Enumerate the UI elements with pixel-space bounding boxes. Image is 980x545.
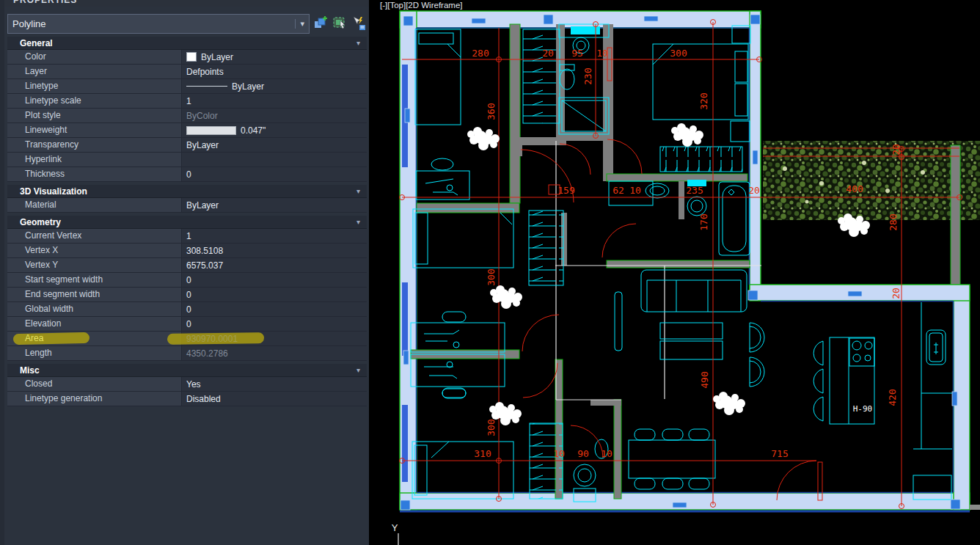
prop-row-transparency[interactable]: Transparency ByLayer bbox=[7, 138, 367, 153]
palette-titlebar[interactable]: PROPERTIES bbox=[4, 0, 369, 7]
svg-text:20: 20 bbox=[542, 48, 554, 59]
prop-row-vertex-x[interactable]: Vertex X 308.5108 bbox=[7, 244, 367, 258]
svg-text:715: 715 bbox=[771, 448, 788, 459]
prop-row-linetype-generation[interactable]: Linetype generation Disabled bbox=[7, 392, 367, 406]
section-header-general[interactable]: General ▾ bbox=[7, 37, 367, 50]
prop-row-vertex-y[interactable]: Vertex Y 6575.037 bbox=[7, 258, 367, 273]
section-header-geometry[interactable]: Geometry ▾ bbox=[7, 216, 367, 229]
collapse-icon[interactable]: ▾ bbox=[356, 218, 360, 226]
svg-text:10: 10 bbox=[629, 185, 641, 196]
prop-row-elevation[interactable]: Elevation 0 bbox=[7, 317, 367, 332]
svg-text:280: 280 bbox=[888, 213, 899, 230]
properties-palette: PROPERTIES Polyline ▾ bbox=[0, 0, 369, 545]
prop-row-closed[interactable]: Closed Yes bbox=[7, 377, 367, 392]
kitchen-furniture bbox=[813, 302, 952, 500]
living-room-furniture bbox=[615, 270, 764, 489]
select-objects-button[interactable] bbox=[331, 15, 348, 33]
svg-text:95: 95 bbox=[571, 48, 583, 59]
svg-text:490: 490 bbox=[699, 371, 710, 388]
chevron-down-icon[interactable]: ▾ bbox=[295, 19, 304, 29]
toggle-pickadd-button[interactable] bbox=[312, 15, 329, 33]
prop-row-linetype[interactable]: Linetype ByLayer bbox=[7, 79, 367, 94]
door-swings bbox=[521, 48, 822, 500]
section-misc: Misc ▾ Closed Yes Linetype generation Di… bbox=[7, 364, 367, 406]
select-objects-icon bbox=[332, 15, 348, 32]
prop-row-end-segment-width[interactable]: End segment width 0 bbox=[7, 288, 367, 302]
bedroom3-furniture bbox=[412, 389, 563, 499]
svg-text:360: 360 bbox=[486, 103, 497, 120]
ucs-y-axis-label: Y bbox=[392, 522, 398, 533]
prop-row-global-width[interactable]: Global width 0 bbox=[7, 302, 367, 317]
floor-plan: H-90 280 20 95 10 bbox=[374, 0, 980, 545]
svg-text:159: 159 bbox=[557, 185, 574, 196]
svg-text:10: 10 bbox=[596, 48, 608, 59]
drawing-canvas[interactable]: [-][Top][2D Wireframe] bbox=[369, 0, 980, 545]
section-header-misc[interactable]: Misc ▾ bbox=[7, 364, 367, 377]
prop-row-current-vertex[interactable]: Current Vertex 1 bbox=[7, 229, 367, 244]
prop-row-start-segment-width[interactable]: Start segment width 0 bbox=[7, 273, 367, 288]
svg-text:300: 300 bbox=[670, 48, 687, 59]
collapse-icon[interactable]: ▾ bbox=[356, 366, 360, 374]
linetype-preview bbox=[186, 86, 227, 87]
palette-title: PROPERTIES bbox=[13, 0, 77, 5]
svg-text:400: 400 bbox=[846, 183, 863, 194]
prop-row-color[interactable]: Color ByLayer bbox=[7, 50, 367, 65]
svg-text:420: 420 bbox=[887, 389, 898, 406]
lineweight-preview bbox=[186, 126, 236, 135]
svg-text:90: 90 bbox=[577, 448, 589, 459]
svg-text:310: 310 bbox=[474, 448, 491, 459]
svg-text:320: 320 bbox=[698, 92, 709, 109]
section-title: Misc bbox=[20, 365, 40, 376]
svg-text:230: 230 bbox=[582, 67, 593, 84]
section-title: 3D Visualization bbox=[20, 186, 87, 197]
kitchen-island-label: H-90 bbox=[853, 404, 873, 414]
svg-text:10: 10 bbox=[553, 448, 565, 459]
viewport-visual-style-control[interactable]: [2D Wireframe] bbox=[406, 1, 462, 10]
collapse-icon[interactable]: ▾ bbox=[356, 187, 360, 195]
svg-text:235: 235 bbox=[686, 185, 703, 196]
viewport-minimize-control[interactable]: [-] bbox=[380, 1, 387, 10]
svg-text:300: 300 bbox=[486, 268, 497, 285]
section-3d-visualization: 3D Visualization ▾ Material ByLayer bbox=[7, 185, 367, 213]
section-general: General ▾ Color ByLayer Layer Defpoints … bbox=[7, 37, 367, 182]
section-header-3d-visualization[interactable]: 3D Visualization ▾ bbox=[7, 185, 367, 198]
prop-row-material[interactable]: Material ByLayer bbox=[7, 198, 367, 213]
svg-text:280: 280 bbox=[472, 48, 489, 59]
viewport-view-control[interactable]: [Top] bbox=[387, 1, 406, 10]
collapse-icon[interactable]: ▾ bbox=[356, 39, 360, 47]
svg-text:20: 20 bbox=[891, 144, 902, 156]
svg-text:20: 20 bbox=[748, 185, 760, 196]
ucs-icon: Y bbox=[392, 522, 398, 545]
prop-row-length[interactable]: Length 4350.2786 bbox=[7, 346, 367, 361]
object-type-dropdown[interactable]: Polyline ▾ bbox=[7, 14, 310, 34]
svg-text:170: 170 bbox=[698, 213, 709, 230]
section-geometry: Geometry ▾ Current Vertex 1 Vertex X 308… bbox=[7, 216, 367, 361]
prop-row-plot-style[interactable]: Plot style ByColor bbox=[7, 109, 367, 123]
prop-row-layer[interactable]: Layer Defpoints bbox=[7, 65, 367, 79]
hedge-planting bbox=[763, 141, 980, 220]
svg-text:62: 62 bbox=[612, 185, 624, 196]
quick-select-button[interactable] bbox=[350, 15, 367, 33]
object-type-value: Polyline bbox=[12, 18, 295, 29]
quick-select-icon bbox=[351, 15, 367, 32]
section-title: Geometry bbox=[20, 217, 61, 227]
svg-text:10: 10 bbox=[601, 448, 612, 459]
balcony-wall bbox=[951, 145, 960, 290]
svg-text:300: 300 bbox=[486, 419, 497, 436]
section-title: General bbox=[20, 38, 53, 48]
pickadd-icon bbox=[312, 15, 329, 32]
prop-row-hyperlink[interactable]: Hyperlink bbox=[7, 153, 367, 167]
viewport-controls: [-][Top][2D Wireframe] bbox=[380, 1, 463, 10]
prop-row-lineweight[interactable]: Lineweight 0.047" bbox=[7, 123, 367, 138]
prop-row-area[interactable]: Area 930970.0001 bbox=[7, 332, 367, 346]
svg-text:20: 20 bbox=[891, 288, 902, 299]
prop-row-thickness[interactable]: Thickness 0 bbox=[7, 167, 367, 182]
color-swatch[interactable] bbox=[186, 52, 197, 62]
bedroom2-furniture bbox=[411, 209, 563, 398]
prop-row-linetype-scale[interactable]: Linetype scale 1 bbox=[7, 94, 367, 109]
